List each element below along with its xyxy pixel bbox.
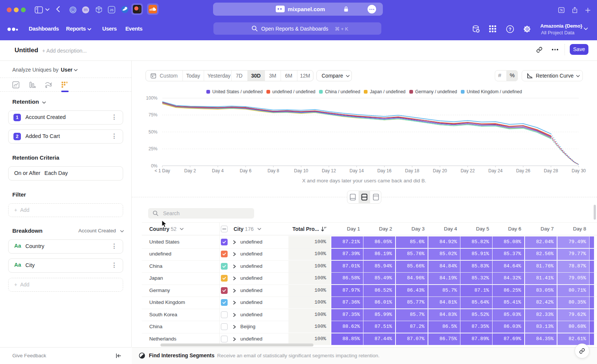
svg-text:50%: 50% — [149, 129, 157, 135]
svg-text:Day 28: Day 28 — [544, 168, 558, 173]
svg-text:25%: 25% — [149, 146, 157, 151]
svg-text:Day 26: Day 26 — [516, 168, 530, 173]
svg-text:N: N — [560, 8, 563, 12]
svg-text:< 1 Day: < 1 Day — [154, 168, 170, 173]
svg-text:Day 18: Day 18 — [405, 168, 419, 173]
svg-text:Day 4: Day 4 — [212, 168, 224, 173]
svg-text:JS: JS — [110, 8, 114, 12]
svg-text:0%: 0% — [151, 163, 158, 169]
svg-text:75%: 75% — [149, 112, 157, 117]
svg-text:Day 14: Day 14 — [350, 168, 364, 173]
svg-text:?: ? — [509, 27, 511, 32]
svg-text:Day 6: Day 6 — [240, 168, 252, 173]
svg-text:Day 24: Day 24 — [488, 168, 503, 173]
svg-text:100%: 100% — [146, 95, 157, 101]
svg-text:Day 22: Day 22 — [460, 168, 475, 173]
svg-text:Day 8: Day 8 — [268, 168, 279, 173]
svg-text:Day 12: Day 12 — [322, 168, 336, 173]
svg-text:Day 16: Day 16 — [377, 168, 391, 173]
svg-text:Day 2: Day 2 — [184, 168, 196, 173]
svg-text:Day 20: Day 20 — [433, 168, 447, 173]
svg-text:Day 30: Day 30 — [572, 168, 586, 173]
svg-text:Day 10: Day 10 — [294, 168, 308, 173]
